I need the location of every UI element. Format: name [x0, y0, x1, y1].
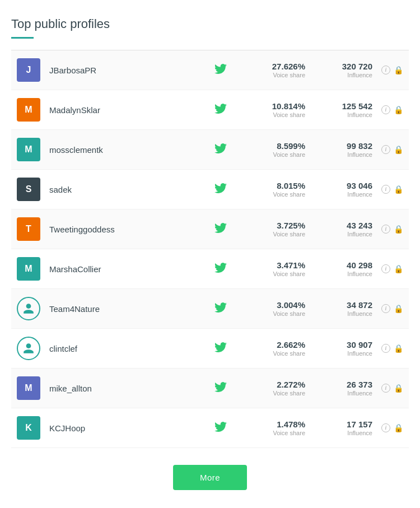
page-title: Top public profiles: [11, 17, 409, 31]
influence-block: 99 832 Influence: [328, 141, 372, 158]
stats: 1.478% Voice share 17 157 Influence: [260, 420, 372, 436]
info-icon[interactable]: i: [381, 105, 390, 114]
row-actions: i 🔒: [381, 105, 403, 114]
stats: 8.015% Voice share 93 046 Influence: [260, 181, 372, 198]
influence-block: 43 243 Influence: [328, 221, 372, 237]
profile-row: J JBarbosaPR 27.626% Voice share 320 720…: [11, 50, 409, 90]
twitter-icon: [214, 102, 227, 118]
voice-share-block: 3.471% Voice share: [260, 260, 305, 277]
info-icon[interactable]: i: [381, 304, 390, 313]
avatar: M: [17, 376, 40, 400]
main-container: Top public profiles J JBarbosaPR 27.626%…: [0, 0, 420, 508]
lock-icon[interactable]: 🔒: [394, 145, 403, 154]
voice-share-value: 2.662%: [260, 340, 305, 349]
influence-block: 17 157 Influence: [328, 420, 372, 436]
voice-share-value: 10.814%: [260, 101, 305, 111]
voice-share-label: Voice share: [260, 390, 305, 397]
profile-row: M MadalynSklar 10.814% Voice share 125 5…: [11, 90, 409, 130]
username: mossclementk: [49, 145, 214, 155]
more-button[interactable]: More: [173, 465, 247, 490]
influence-value: 30 907: [328, 340, 372, 349]
row-actions: i 🔒: [381, 304, 403, 313]
influence-block: 93 046 Influence: [328, 181, 372, 198]
voice-share-block: 3.004% Voice share: [260, 300, 305, 317]
lock-icon[interactable]: 🔒: [394, 423, 403, 432]
username: Tweetinggoddess: [49, 225, 214, 234]
avatar: [17, 337, 40, 360]
influence-block: 30 907 Influence: [328, 340, 372, 357]
voice-share-label: Voice share: [260, 350, 305, 357]
voice-share-block: 2.662% Voice share: [260, 340, 305, 357]
info-icon[interactable]: i: [381, 66, 390, 74]
info-icon[interactable]: i: [381, 423, 390, 432]
influence-label: Influence: [328, 390, 372, 397]
username: MarshaCollier: [49, 264, 214, 274]
voice-share-label: Voice share: [260, 72, 305, 78]
influence-block: 40 298 Influence: [328, 260, 372, 277]
profile-row: Team4Nature 3.004% Voice share 34 872 In…: [11, 289, 409, 329]
influence-label: Influence: [328, 231, 372, 237]
lock-icon[interactable]: 🔒: [394, 384, 403, 393]
twitter-icon: [214, 262, 227, 277]
influence-block: 320 720 Influence: [328, 62, 372, 78]
info-icon[interactable]: i: [381, 264, 390, 273]
voice-share-value: 27.626%: [260, 62, 305, 71]
twitter-icon: [214, 381, 227, 396]
influence-value: 125 542: [328, 101, 372, 111]
title-underline: [11, 37, 34, 39]
lock-icon[interactable]: 🔒: [394, 344, 403, 353]
info-icon[interactable]: i: [381, 344, 390, 353]
row-actions: i 🔒: [381, 66, 403, 74]
influence-value: 26 373: [328, 380, 372, 389]
avatar: [17, 297, 40, 320]
stats: 10.814% Voice share 125 542 Influence: [260, 101, 372, 118]
username: JBarbosaPR: [49, 66, 214, 75]
influence-block: 125 542 Influence: [328, 101, 372, 118]
info-icon[interactable]: i: [381, 185, 390, 194]
voice-share-block: 27.626% Voice share: [260, 62, 305, 78]
voice-share-label: Voice share: [260, 191, 305, 198]
stats: 2.272% Voice share 26 373 Influence: [260, 380, 372, 397]
voice-share-block: 3.725% Voice share: [260, 221, 305, 237]
voice-share-value: 1.478%: [260, 420, 305, 429]
info-icon[interactable]: i: [381, 145, 390, 154]
username: clintclef: [49, 344, 214, 353]
avatar: T: [17, 217, 40, 241]
influence-label: Influence: [328, 271, 372, 277]
voice-share-value: 3.004%: [260, 300, 305, 310]
voice-share-label: Voice share: [260, 271, 305, 277]
twitter-icon: [214, 341, 227, 356]
profile-row: M MarshaCollier 3.471% Voice share 40 29…: [11, 249, 409, 289]
twitter-icon: [214, 301, 227, 316]
lock-icon[interactable]: 🔒: [394, 185, 403, 194]
profile-row: M mossclementk 8.599% Voice share 99 832…: [11, 130, 409, 170]
influence-block: 34 872 Influence: [328, 300, 372, 317]
voice-share-value: 2.272%: [260, 380, 305, 389]
username: Team4Nature: [49, 304, 214, 314]
stats: 27.626% Voice share 320 720 Influence: [260, 62, 372, 78]
lock-icon[interactable]: 🔒: [394, 225, 403, 234]
lock-icon[interactable]: 🔒: [394, 66, 403, 74]
username: mike_allton: [49, 384, 214, 393]
stats: 2.662% Voice share 30 907 Influence: [260, 340, 372, 357]
info-icon[interactable]: i: [381, 384, 390, 393]
twitter-icon: [214, 63, 227, 78]
lock-icon[interactable]: 🔒: [394, 304, 403, 313]
voice-share-value: 8.599%: [260, 141, 305, 151]
profile-row: T Tweetinggoddess 3.725% Voice share 43 …: [11, 209, 409, 249]
more-button-container: More: [11, 465, 409, 490]
lock-icon[interactable]: 🔒: [394, 105, 403, 114]
voice-share-value: 3.725%: [260, 221, 305, 230]
stats: 3.004% Voice share 34 872 Influence: [260, 300, 372, 317]
influence-value: 320 720: [328, 62, 372, 71]
avatar: K: [17, 416, 40, 440]
influence-label: Influence: [328, 430, 372, 436]
info-icon[interactable]: i: [381, 225, 390, 234]
influence-label: Influence: [328, 72, 372, 78]
row-actions: i 🔒: [381, 185, 403, 194]
row-actions: i 🔒: [381, 145, 403, 154]
voice-share-label: Voice share: [260, 111, 305, 118]
influence-label: Influence: [328, 310, 372, 317]
lock-icon[interactable]: 🔒: [394, 264, 403, 273]
avatar: S: [17, 178, 40, 201]
